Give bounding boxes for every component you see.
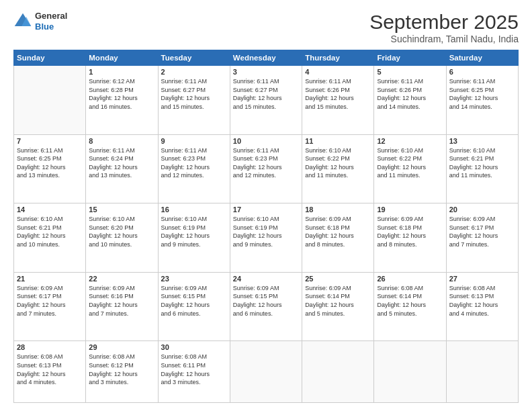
- calendar-cell: [446, 341, 518, 403]
- calendar-cell: 27Sunrise: 6:08 AM Sunset: 6:13 PM Dayli…: [446, 272, 518, 341]
- calendar-day-header: Tuesday: [158, 50, 230, 66]
- calendar-cell: 11Sunrise: 6:10 AM Sunset: 6:22 PM Dayli…: [302, 134, 374, 203]
- calendar-cell: 21Sunrise: 6:09 AM Sunset: 6:17 PM Dayli…: [14, 272, 86, 341]
- day-number: 4: [305, 68, 371, 76]
- calendar-cell: 1Sunrise: 6:12 AM Sunset: 6:28 PM Daylig…: [86, 66, 158, 135]
- calendar-cell: 8Sunrise: 6:11 AM Sunset: 6:24 PM Daylig…: [86, 134, 158, 203]
- calendar-cell: 18Sunrise: 6:09 AM Sunset: 6:18 PM Dayli…: [302, 203, 374, 273]
- calendar-cell: 6Sunrise: 6:11 AM Sunset: 6:25 PM Daylig…: [446, 66, 518, 135]
- calendar-cell: 14Sunrise: 6:10 AM Sunset: 6:21 PM Dayli…: [14, 203, 86, 273]
- day-info: Sunrise: 6:11 AM Sunset: 6:23 PM Dayligh…: [233, 146, 299, 180]
- day-number: 11: [305, 137, 371, 145]
- day-info: Sunrise: 6:09 AM Sunset: 6:17 PM Dayligh…: [17, 284, 83, 318]
- main-title: September 2025: [369, 11, 519, 34]
- calendar-cell: 23Sunrise: 6:09 AM Sunset: 6:15 PM Dayli…: [158, 272, 230, 341]
- calendar-day-header: Thursday: [302, 50, 374, 66]
- day-info: Sunrise: 6:11 AM Sunset: 6:25 PM Dayligh…: [17, 146, 83, 180]
- calendar-cell: [14, 66, 86, 135]
- calendar-cell: 28Sunrise: 6:08 AM Sunset: 6:13 PM Dayli…: [14, 341, 86, 403]
- calendar-cell: 9Sunrise: 6:11 AM Sunset: 6:23 PM Daylig…: [158, 134, 230, 203]
- day-number: 5: [377, 68, 443, 76]
- calendar-cell: 13Sunrise: 6:10 AM Sunset: 6:21 PM Dayli…: [446, 134, 518, 203]
- day-number: 26: [377, 275, 443, 283]
- day-number: 9: [161, 137, 227, 145]
- calendar-cell: 25Sunrise: 6:09 AM Sunset: 6:14 PM Dayli…: [302, 272, 374, 341]
- title-block: September 2025 Suchindram, Tamil Nadu, I…: [369, 11, 519, 44]
- day-number: 2: [161, 68, 227, 76]
- day-number: 19: [377, 205, 443, 214]
- calendar-cell: 2Sunrise: 6:11 AM Sunset: 6:27 PM Daylig…: [158, 66, 230, 135]
- day-info: Sunrise: 6:09 AM Sunset: 6:16 PM Dayligh…: [89, 284, 154, 318]
- logo-icon: [13, 12, 32, 31]
- day-info: Sunrise: 6:10 AM Sunset: 6:22 PM Dayligh…: [305, 146, 371, 180]
- day-number: 1: [89, 68, 154, 76]
- day-number: 8: [89, 137, 154, 145]
- day-number: 30: [161, 343, 227, 351]
- calendar-week-row: 14Sunrise: 6:10 AM Sunset: 6:21 PM Dayli…: [14, 203, 519, 273]
- day-info: Sunrise: 6:08 AM Sunset: 6:14 PM Dayligh…: [377, 284, 443, 318]
- day-number: 24: [233, 275, 299, 283]
- header: General Blue September 2025 Suchindram, …: [13, 11, 519, 44]
- calendar-week-row: 1Sunrise: 6:12 AM Sunset: 6:28 PM Daylig…: [14, 66, 519, 135]
- day-info: Sunrise: 6:10 AM Sunset: 6:22 PM Dayligh…: [377, 146, 443, 180]
- logo-text: General Blue: [35, 11, 67, 32]
- day-info: Sunrise: 6:11 AM Sunset: 6:25 PM Dayligh…: [449, 77, 515, 111]
- day-number: 28: [17, 343, 83, 351]
- calendar-day-header: Saturday: [446, 50, 518, 66]
- calendar-cell: 16Sunrise: 6:10 AM Sunset: 6:19 PM Dayli…: [158, 203, 230, 273]
- calendar-cell: 26Sunrise: 6:08 AM Sunset: 6:14 PM Dayli…: [374, 272, 446, 341]
- day-number: 21: [17, 275, 83, 283]
- day-number: 17: [233, 205, 299, 214]
- day-info: Sunrise: 6:09 AM Sunset: 6:15 PM Dayligh…: [161, 284, 227, 318]
- subtitle: Suchindram, Tamil Nadu, India: [369, 34, 519, 44]
- day-info: Sunrise: 6:10 AM Sunset: 6:21 PM Dayligh…: [17, 215, 83, 248]
- day-info: Sunrise: 6:08 AM Sunset: 6:11 PM Dayligh…: [161, 353, 227, 386]
- calendar-day-header: Sunday: [14, 50, 86, 66]
- day-number: 16: [161, 205, 227, 214]
- day-info: Sunrise: 6:10 AM Sunset: 6:20 PM Dayligh…: [89, 215, 154, 248]
- day-info: Sunrise: 6:10 AM Sunset: 6:19 PM Dayligh…: [161, 215, 227, 248]
- calendar-cell: 12Sunrise: 6:10 AM Sunset: 6:22 PM Dayli…: [374, 134, 446, 203]
- day-info: Sunrise: 6:12 AM Sunset: 6:28 PM Dayligh…: [89, 77, 154, 111]
- day-number: 13: [449, 137, 515, 145]
- day-number: 10: [233, 137, 299, 145]
- day-info: Sunrise: 6:11 AM Sunset: 6:26 PM Dayligh…: [305, 77, 371, 111]
- calendar-cell: 17Sunrise: 6:10 AM Sunset: 6:19 PM Dayli…: [230, 203, 302, 273]
- calendar-cell: [374, 341, 446, 403]
- day-info: Sunrise: 6:09 AM Sunset: 6:14 PM Dayligh…: [305, 284, 371, 318]
- day-info: Sunrise: 6:11 AM Sunset: 6:24 PM Dayligh…: [89, 146, 154, 180]
- day-info: Sunrise: 6:09 AM Sunset: 6:18 PM Dayligh…: [305, 215, 371, 248]
- calendar-cell: [230, 341, 302, 403]
- calendar-cell: 15Sunrise: 6:10 AM Sunset: 6:20 PM Dayli…: [86, 203, 158, 273]
- calendar-cell: [302, 341, 374, 403]
- calendar-header-row: SundayMondayTuesdayWednesdayThursdayFrid…: [14, 50, 519, 66]
- page: General Blue September 2025 Suchindram, …: [0, 0, 532, 411]
- day-number: 6: [449, 68, 515, 76]
- day-number: 15: [89, 205, 154, 214]
- calendar-cell: 4Sunrise: 6:11 AM Sunset: 6:26 PM Daylig…: [302, 66, 374, 135]
- calendar-cell: 24Sunrise: 6:09 AM Sunset: 6:15 PM Dayli…: [230, 272, 302, 341]
- day-number: 22: [89, 275, 154, 283]
- logo-line2: Blue: [35, 21, 67, 32]
- day-number: 20: [449, 205, 515, 214]
- calendar-cell: 19Sunrise: 6:09 AM Sunset: 6:18 PM Dayli…: [374, 203, 446, 273]
- logo-line1: General: [35, 11, 67, 21]
- calendar-day-header: Wednesday: [230, 50, 302, 66]
- day-info: Sunrise: 6:10 AM Sunset: 6:21 PM Dayligh…: [449, 146, 515, 180]
- calendar-day-header: Friday: [374, 50, 446, 66]
- calendar-cell: 29Sunrise: 6:08 AM Sunset: 6:12 PM Dayli…: [86, 341, 158, 403]
- calendar-cell: 3Sunrise: 6:11 AM Sunset: 6:27 PM Daylig…: [230, 66, 302, 135]
- day-number: 14: [17, 205, 83, 214]
- day-info: Sunrise: 6:08 AM Sunset: 6:12 PM Dayligh…: [89, 353, 154, 386]
- calendar-week-row: 21Sunrise: 6:09 AM Sunset: 6:17 PM Dayli…: [14, 272, 519, 341]
- calendar-table: SundayMondayTuesdayWednesdayThursdayFrid…: [13, 50, 519, 403]
- calendar-cell: 7Sunrise: 6:11 AM Sunset: 6:25 PM Daylig…: [14, 134, 86, 203]
- calendar-cell: 5Sunrise: 6:11 AM Sunset: 6:26 PM Daylig…: [374, 66, 446, 135]
- calendar-week-row: 7Sunrise: 6:11 AM Sunset: 6:25 PM Daylig…: [14, 134, 519, 203]
- day-info: Sunrise: 6:11 AM Sunset: 6:27 PM Dayligh…: [233, 77, 299, 111]
- calendar-cell: 22Sunrise: 6:09 AM Sunset: 6:16 PM Dayli…: [86, 272, 158, 341]
- day-info: Sunrise: 6:09 AM Sunset: 6:15 PM Dayligh…: [233, 284, 299, 318]
- day-info: Sunrise: 6:11 AM Sunset: 6:26 PM Dayligh…: [377, 77, 443, 111]
- day-info: Sunrise: 6:08 AM Sunset: 6:13 PM Dayligh…: [449, 284, 515, 318]
- calendar-week-row: 28Sunrise: 6:08 AM Sunset: 6:13 PM Dayli…: [14, 341, 519, 403]
